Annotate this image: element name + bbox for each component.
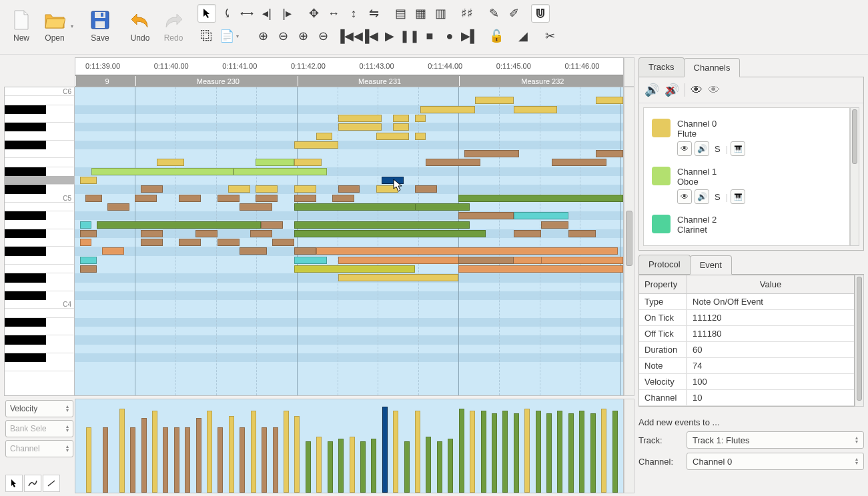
- midi-note[interactable]: [376, 133, 409, 140]
- hide-all-icon[interactable]: 👁: [708, 83, 720, 97]
- piano-roll-grid[interactable]: [75, 87, 624, 396]
- property-row[interactable]: TypeNote On/Off Event: [639, 294, 854, 310]
- visibility-toggle[interactable]: 👁: [677, 189, 692, 204]
- midi-note[interactable]: [514, 230, 541, 237]
- nav-back-tool[interactable]: ◂|: [258, 4, 276, 23]
- velocity-select[interactable]: Velocity▴▾: [5, 400, 73, 417]
- midi-note[interactable]: [107, 203, 129, 211]
- velocity-editor[interactable]: [75, 399, 624, 493]
- velocity-bar[interactable]: [350, 437, 355, 493]
- midi-note[interactable]: [240, 247, 267, 255]
- velocity-bar[interactable]: [426, 437, 431, 493]
- midi-note[interactable]: [596, 150, 623, 157]
- pencil-tool[interactable]: ✎: [484, 4, 503, 23]
- midi-note[interactable]: [552, 159, 606, 166]
- step-fwd-button[interactable]: ▶▌: [460, 27, 479, 45]
- property-row[interactable]: Channel10: [639, 390, 854, 406]
- midi-note[interactable]: [415, 115, 426, 122]
- midi-note[interactable]: [85, 195, 102, 202]
- velocity-bar[interactable]: [514, 413, 519, 493]
- bank-select[interactable]: Bank Sele▴▾: [5, 420, 73, 437]
- velocity-bar[interactable]: [557, 411, 562, 493]
- pause-button[interactable]: ❚❚: [400, 27, 419, 45]
- midi-note[interactable]: [256, 185, 278, 193]
- midi-note[interactable]: [102, 247, 124, 255]
- midi-note[interactable]: [195, 230, 218, 237]
- mute-toggle[interactable]: 🔊: [695, 189, 709, 204]
- copy-tool[interactable]: ⿻: [197, 27, 216, 45]
- midi-note[interactable]: [338, 274, 459, 281]
- nav-fwd-tool[interactable]: |▸: [278, 4, 296, 23]
- velocity-bar[interactable]: [316, 437, 322, 493]
- midi-note[interactable]: [228, 185, 250, 193]
- midi-note[interactable]: [234, 168, 327, 175]
- show-all-icon[interactable]: 👁: [691, 83, 703, 97]
- redo-button[interactable]: Redo: [157, 4, 189, 48]
- midi-note[interactable]: [294, 247, 316, 255]
- vertical-scrollbar[interactable]: [624, 87, 634, 396]
- velocity-bar[interactable]: [590, 413, 596, 493]
- midi-note[interactable]: [179, 239, 201, 246]
- velocity-bar[interactable]: [284, 411, 289, 493]
- vel-curve-tool[interactable]: [24, 475, 41, 492]
- midi-note[interactable]: [272, 239, 294, 246]
- property-row[interactable]: Velocity100: [639, 374, 854, 390]
- velocity-bar[interactable]: [294, 416, 300, 493]
- midi-note[interactable]: [294, 159, 322, 166]
- vel-line-tool[interactable]: [43, 475, 60, 492]
- velocity-bar[interactable]: [568, 413, 574, 493]
- midi-note[interactable]: [80, 239, 91, 246]
- midi-note[interactable]: [458, 195, 623, 202]
- midi-note[interactable]: [135, 195, 157, 202]
- velocity-bar[interactable]: [437, 441, 442, 493]
- open-button[interactable]: Open: [39, 4, 71, 48]
- tab-protocol[interactable]: Protocol: [638, 255, 691, 274]
- velocity-bar[interactable]: [240, 427, 245, 493]
- velocity-bar[interactable]: [273, 427, 278, 493]
- tab-event[interactable]: Event: [690, 255, 732, 275]
- midi-note[interactable]: [80, 230, 97, 237]
- select-tool[interactable]: [197, 4, 216, 23]
- zoom-out-v-tool[interactable]: ⊖: [314, 27, 332, 45]
- select-right-tool[interactable]: ⟷: [238, 4, 256, 23]
- velocity-bar[interactable]: [612, 411, 618, 493]
- midi-note[interactable]: [256, 159, 294, 166]
- undo-button[interactable]: Undo: [124, 4, 156, 48]
- magnet-tool[interactable]: [531, 4, 550, 23]
- move-tool[interactable]: ✥: [304, 4, 323, 23]
- velocity-bar[interactable]: [185, 427, 190, 493]
- midi-note[interactable]: [458, 257, 513, 264]
- metronome-button[interactable]: ◢: [514, 27, 532, 45]
- property-row[interactable]: Off Tick111180: [639, 326, 854, 342]
- eraser-tool[interactable]: ✐: [504, 4, 523, 23]
- velocity-bar[interactable]: [251, 411, 256, 493]
- midi-note[interactable]: [464, 150, 519, 157]
- channel-item[interactable]: Channel 1 Oboe 👁 🔊 S | 🎹: [649, 161, 844, 209]
- midi-note[interactable]: [256, 195, 278, 202]
- velocity-bar[interactable]: [262, 427, 267, 493]
- velocity-bar[interactable]: [119, 409, 125, 493]
- midi-note[interactable]: [568, 230, 596, 237]
- mute-all-icon[interactable]: 🔊✕: [665, 83, 679, 97]
- midi-note[interactable]: [514, 106, 558, 113]
- velocity-bar[interactable]: [371, 439, 376, 493]
- midi-note[interactable]: [415, 203, 470, 211]
- midi-note[interactable]: [294, 230, 486, 237]
- midi-note[interactable]: [294, 141, 338, 149]
- property-row[interactable]: On Tick111120: [639, 310, 854, 326]
- rewind-button[interactable]: ▐◀◀: [340, 27, 359, 45]
- channel-item[interactable]: Channel 0 Flute 👁 🔊 S | 🎹: [649, 113, 844, 161]
- mirror-h-tool[interactable]: ⇋: [364, 4, 383, 23]
- tab-tracks[interactable]: Tracks: [638, 57, 685, 77]
- channel-select[interactable]: Channel▴▾: [5, 440, 73, 457]
- velocity-bar[interactable]: [207, 411, 212, 493]
- velocity-bar[interactable]: [546, 413, 552, 493]
- velocity-bar[interactable]: [382, 407, 388, 493]
- velocity-bar[interactable]: [579, 411, 584, 493]
- track-select[interactable]: Track 1: Flutes▴▾: [687, 431, 864, 449]
- vel-pointer-tool[interactable]: [5, 475, 23, 492]
- timeline-ruler[interactable]: 0:11:39.00 0:11:40.00 0:11:41.00 0:11:42…: [75, 57, 624, 87]
- align-center-tool[interactable]: ▦: [411, 4, 430, 23]
- midi-note[interactable]: [80, 177, 97, 184]
- midi-note[interactable]: [475, 97, 514, 104]
